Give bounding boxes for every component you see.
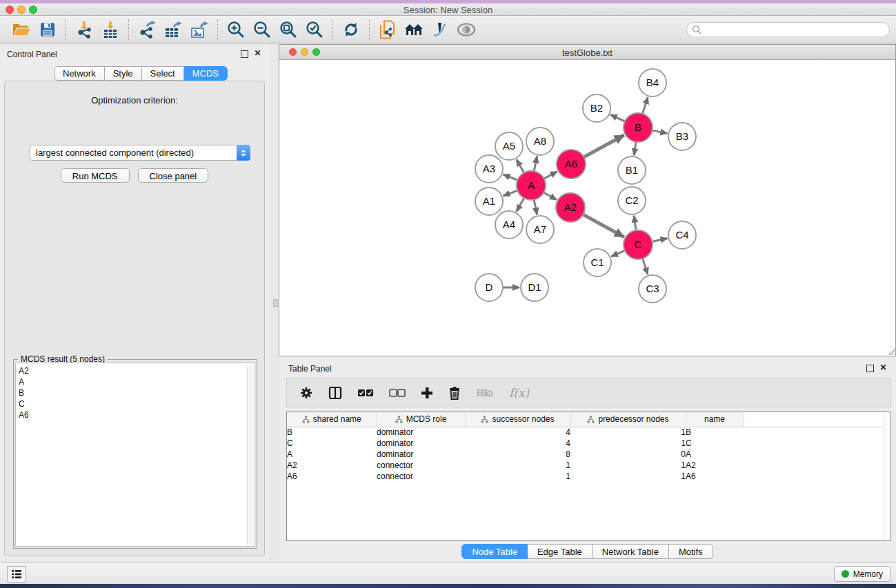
graph-node-B3[interactable]: B3 (668, 123, 696, 150)
delete-column-button[interactable] (448, 386, 461, 400)
graph-node-C3[interactable]: C3 (639, 275, 666, 303)
zoom-selected-button[interactable] (301, 18, 328, 41)
task-history-button[interactable] (7, 566, 26, 582)
memory-button[interactable]: Memory (834, 566, 890, 582)
resize-grip-icon[interactable] (886, 346, 895, 355)
export-image-button[interactable] (186, 18, 212, 41)
table-cell[interactable]: B (287, 427, 377, 438)
mcds-result-item[interactable]: A2 (19, 365, 255, 376)
search-field[interactable] (686, 22, 890, 37)
open-file-button[interactable] (8, 18, 34, 41)
tab-node-table[interactable]: Node Table (461, 544, 528, 559)
graph-node-B1[interactable]: B1 (618, 156, 646, 184)
graph-node-A4[interactable]: A4 (495, 211, 523, 239)
graph-node-B2[interactable]: B2 (583, 94, 610, 122)
tab-style[interactable]: Style (105, 66, 142, 81)
show-selected-button[interactable] (357, 389, 374, 397)
graph-node-D1[interactable]: D1 (521, 274, 548, 301)
column-header[interactable]: shared name (287, 412, 377, 427)
zoom-in-button[interactable] (223, 18, 249, 41)
table-row[interactable]: A6connector11A6 (287, 471, 890, 482)
tab-mcds[interactable]: MCDS (184, 66, 228, 81)
network-canvas[interactable]: AA1A2A3A4A5A6A7A8BB1B2B3B4CC1C2C3C4DD1 (279, 60, 895, 356)
table-cell[interactable]: B (686, 427, 744, 438)
column-layout-button[interactable] (328, 386, 342, 400)
table-cell[interactable]: A6 (287, 471, 377, 482)
tab-select[interactable]: Select (142, 66, 184, 81)
table-cell[interactable]: 4 (465, 438, 570, 449)
import-network-button[interactable] (71, 18, 97, 41)
table-scrollbar[interactable] (884, 413, 890, 540)
table-cell[interactable]: 1 (570, 460, 686, 471)
settings-gear-button[interactable] (299, 386, 313, 400)
hide-selected-button[interactable] (389, 389, 406, 397)
graph-node-C2[interactable]: C2 (618, 187, 646, 214)
table-cell[interactable]: A (287, 449, 377, 460)
float-table-panel-button[interactable] (866, 365, 874, 372)
graph-node-A5[interactable]: A5 (495, 132, 523, 160)
column-header[interactable]: MCDS role (377, 412, 465, 427)
mcds-result-listbox[interactable]: A2ABCA6 (15, 363, 255, 547)
annotation-toggle-button[interactable] (427, 18, 453, 41)
graph-node-A3[interactable]: A3 (475, 155, 503, 183)
export-network-button[interactable] (134, 18, 160, 41)
table-cell[interactable]: 1 (570, 427, 686, 438)
vertical-split-handle[interactable] (273, 299, 278, 307)
run-mcds-button[interactable]: Run MCDS (61, 168, 130, 183)
table-cell[interactable]: dominator (377, 449, 465, 460)
mcds-result-item[interactable]: B (19, 387, 255, 398)
table-cell[interactable]: dominator (377, 438, 465, 449)
graph-node-B[interactable]: B (624, 113, 653, 142)
close-table-panel-button[interactable]: ✕ (879, 363, 888, 372)
column-header[interactable]: successor nodes (465, 412, 570, 427)
clear-table-button[interactable] (476, 388, 494, 398)
mcds-result-scrollbar[interactable] (247, 366, 253, 545)
optimization-criterion-select[interactable]: largest connected component (directed) (30, 145, 250, 161)
graph-node-A[interactable]: A (517, 171, 546, 200)
table-cell[interactable]: A2 (287, 460, 377, 471)
save-session-button[interactable] (34, 18, 61, 41)
clone-network-button[interactable] (375, 18, 401, 41)
graph-node-D[interactable]: D (475, 274, 503, 301)
function-builder-button[interactable]: f(x) (509, 386, 529, 400)
search-input[interactable] (701, 23, 889, 36)
table-row[interactable]: Adominator80A (287, 449, 890, 460)
table-cell[interactable]: 1 (570, 438, 686, 449)
graph-node-A7[interactable]: A7 (526, 216, 554, 243)
home-button[interactable] (401, 18, 427, 41)
refresh-button[interactable] (338, 18, 364, 41)
table-cell[interactable]: connector (377, 471, 465, 482)
tab-network[interactable]: Network (54, 66, 105, 81)
graph-node-C[interactable]: C (624, 230, 653, 259)
tab-edge-table[interactable]: Edge Table (528, 544, 593, 559)
graph-node-A2[interactable]: A2 (556, 193, 585, 222)
mcds-result-item[interactable]: A (19, 376, 255, 387)
export-table-button[interactable] (160, 18, 186, 41)
table-cell[interactable]: 1 (570, 471, 686, 482)
table-cell[interactable]: A (686, 449, 744, 460)
column-header[interactable]: name (686, 412, 744, 427)
tab-network-table[interactable]: Network Table (593, 544, 669, 559)
table-cell[interactable]: 8 (465, 449, 570, 460)
float-panel-button[interactable] (241, 50, 248, 58)
table-cell[interactable]: C (287, 438, 377, 449)
table-cell[interactable]: connector (377, 460, 465, 471)
graph-node-C1[interactable]: C1 (584, 249, 611, 276)
close-panel-icon-button[interactable]: ✕ (253, 49, 262, 58)
table-cell[interactable]: A2 (686, 460, 744, 471)
eye-button[interactable] (453, 18, 479, 41)
table-row[interactable]: Cdominator41C (287, 438, 890, 449)
column-header[interactable]: predecessor nodes (570, 412, 686, 427)
table-cell[interactable]: 0 (570, 449, 686, 460)
table-cell[interactable]: 4 (465, 427, 570, 438)
graph-node-A8[interactable]: A8 (526, 128, 554, 155)
import-table-button[interactable] (97, 18, 123, 41)
table-row[interactable]: A2connector11A2 (287, 460, 890, 471)
table-cell[interactable]: 1 (465, 471, 570, 482)
tab-motifs[interactable]: Motifs (669, 544, 713, 559)
table-cell[interactable]: A6 (686, 471, 744, 482)
add-column-button[interactable] (421, 387, 433, 399)
close-panel-button[interactable]: Close panel (138, 168, 209, 183)
graph-node-C4[interactable]: C4 (668, 221, 696, 249)
table-row[interactable]: Bdominator41B (287, 427, 890, 438)
